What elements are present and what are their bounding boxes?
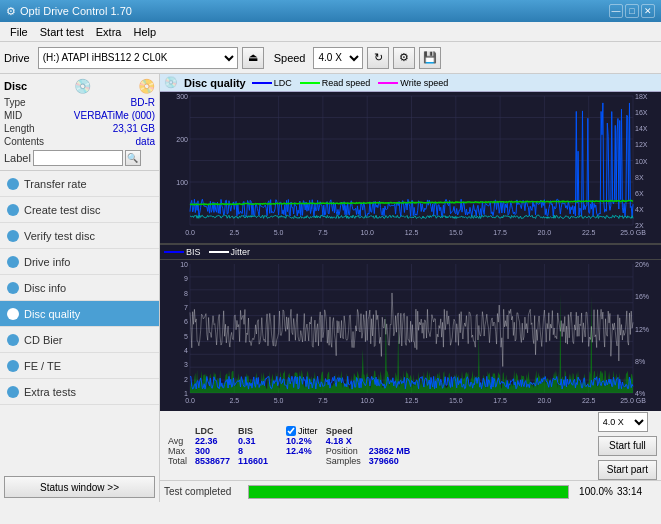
disc-label-key: Label xyxy=(4,152,31,164)
nav-drive-info[interactable]: Drive info xyxy=(0,249,159,275)
progress-percent: 100.0% xyxy=(573,486,613,497)
close-button[interactable]: ✕ xyxy=(641,4,655,18)
start-full-button[interactable]: Start full xyxy=(598,436,657,456)
nav-disc-info-label: Disc info xyxy=(24,282,66,294)
start-part-button[interactable]: Start part xyxy=(598,460,657,480)
disc-section: Disc 💿 📀 Type BD-R MID VERBATiMe (000) L… xyxy=(0,74,159,171)
stats-speed-select[interactable]: 4.0 X xyxy=(598,412,648,432)
nav-verify-test-disc[interactable]: Verify test disc xyxy=(0,223,159,249)
speed-select[interactable]: 4.0 X xyxy=(313,47,363,69)
disc-length-value: 23,31 GB xyxy=(113,123,155,134)
disc-label-input[interactable] xyxy=(33,150,123,166)
drive-label: Drive xyxy=(4,52,30,64)
chart-top xyxy=(160,92,661,244)
legend-jitter-color xyxy=(209,251,229,253)
main-container: Disc 💿 📀 Type BD-R MID VERBATiMe (000) L… xyxy=(0,74,661,502)
disc-mid-row: MID VERBATiMe (000) xyxy=(4,109,155,122)
disc-length-row: Length 23,31 GB xyxy=(4,122,155,135)
nav-fe-te-label: FE / TE xyxy=(24,360,61,372)
avg-speed: 4.18 X xyxy=(322,436,365,446)
extra-tests-icon xyxy=(6,385,20,399)
minimize-button[interactable]: — xyxy=(609,4,623,18)
nav-transfer-rate-label: Transfer rate xyxy=(24,178,87,190)
menu-help[interactable]: Help xyxy=(127,25,162,39)
chart-title: Disc quality xyxy=(184,77,246,89)
chart-legend-top: LDC Read speed Write speed xyxy=(252,78,448,88)
nav-extra-tests[interactable]: Extra tests xyxy=(0,379,159,405)
menu-bar: File Start test Extra Help xyxy=(0,22,661,42)
status-window-button[interactable]: Status window >> xyxy=(4,476,155,498)
legend-write-speed-label: Write speed xyxy=(400,78,448,88)
nav-disc-quality[interactable]: Disc quality xyxy=(0,301,159,327)
settings-button[interactable]: ⚙ xyxy=(393,47,415,69)
legend-read-speed-color xyxy=(300,82,320,84)
disc-type-value: BD-R xyxy=(131,97,155,108)
legend-write-speed: Write speed xyxy=(378,78,448,88)
title-bar: ⚙ Opti Drive Control 1.70 — □ ✕ xyxy=(0,0,661,22)
create-test-disc-icon xyxy=(6,203,20,217)
eject-button[interactable]: ⏏ xyxy=(242,47,264,69)
disc-label-button[interactable]: 🔍 xyxy=(125,150,141,166)
total-ldc: 8538677 xyxy=(191,456,234,466)
disc-type-label: Type xyxy=(4,97,26,108)
nav-verify-test-disc-label: Verify test disc xyxy=(24,230,95,242)
nav-cd-bier[interactable]: CD Bier xyxy=(0,327,159,353)
jitter-checkbox[interactable] xyxy=(286,426,296,436)
refresh-button[interactable]: ↻ xyxy=(367,47,389,69)
legend-ldc-color xyxy=(252,82,272,84)
avg-jitter: 10.2% xyxy=(282,436,322,446)
save-button[interactable]: 💾 xyxy=(419,47,441,69)
progress-fill xyxy=(249,486,568,498)
cd-bier-icon xyxy=(6,333,20,347)
app-title: Opti Drive Control 1.70 xyxy=(20,5,132,17)
stats-bar: LDC BIS Jitter Speed A xyxy=(160,410,661,480)
legend-write-speed-color xyxy=(378,82,398,84)
menu-start-test[interactable]: Start test xyxy=(34,25,90,39)
toolbar: Drive (H:) ATAPI iHBS112 2 CL0K ⏏ Speed … xyxy=(0,42,661,74)
nav-fe-te[interactable]: FE / TE xyxy=(0,353,159,379)
disc-mid-value: VERBATiMe (000) xyxy=(74,110,155,121)
app-icon: ⚙ xyxy=(6,5,16,18)
fe-te-icon xyxy=(6,359,20,373)
avg-ldc: 22.36 xyxy=(191,436,234,446)
menu-extra[interactable]: Extra xyxy=(90,25,128,39)
legend-bis-color xyxy=(164,251,184,253)
max-jitter: 12.4% xyxy=(282,446,322,456)
chart-header: 💿 Disc quality LDC Read speed Write spee… xyxy=(160,74,661,92)
drive-info-icon xyxy=(6,255,20,269)
disc-quality-icon xyxy=(6,307,20,321)
nav-items: Transfer rate Create test disc Verify te… xyxy=(0,171,159,472)
avg-label: Avg xyxy=(164,436,191,446)
max-bis: 8 xyxy=(234,446,272,456)
nav-extra-tests-label: Extra tests xyxy=(24,386,76,398)
avg-bis: 0.31 xyxy=(234,436,272,446)
menu-file[interactable]: File xyxy=(4,25,34,39)
disc-icon2: 📀 xyxy=(138,78,155,94)
nav-disc-info[interactable]: Disc info xyxy=(0,275,159,301)
speed-label: Speed xyxy=(274,52,306,64)
transfer-rate-icon xyxy=(6,177,20,191)
maximize-button[interactable]: □ xyxy=(625,4,639,18)
legend-ldc: LDC xyxy=(252,78,292,88)
position-label: Position xyxy=(322,446,365,456)
speed-select-row: 4.0 X xyxy=(598,412,657,432)
jitter-checkbox-label[interactable]: Jitter xyxy=(286,426,318,436)
legend-ldc-label: LDC xyxy=(274,78,292,88)
progress-time: 33:14 xyxy=(617,486,657,497)
legend-bis-label: BIS xyxy=(186,247,201,257)
nav-cd-bier-label: CD Bier xyxy=(24,334,63,346)
nav-transfer-rate[interactable]: Transfer rate xyxy=(0,171,159,197)
title-bar-title: ⚙ Opti Drive Control 1.70 xyxy=(6,5,132,18)
max-label: Max xyxy=(164,446,191,456)
charts-area: BIS Jitter xyxy=(160,92,661,410)
drive-select[interactable]: (H:) ATAPI iHBS112 2 CL0K xyxy=(38,47,238,69)
status-text: Test completed xyxy=(164,486,244,497)
disc-contents-row: Contents data xyxy=(4,135,155,148)
nav-create-test-disc[interactable]: Create test disc xyxy=(0,197,159,223)
legend-read-speed: Read speed xyxy=(300,78,371,88)
bottom-chart-canvas xyxy=(160,260,661,411)
position-value: 23862 MB xyxy=(365,446,415,456)
title-bar-controls[interactable]: — □ ✕ xyxy=(609,4,655,18)
legend-jitter-label: Jitter xyxy=(231,247,251,257)
sidebar: Disc 💿 📀 Type BD-R MID VERBATiMe (000) L… xyxy=(0,74,160,502)
